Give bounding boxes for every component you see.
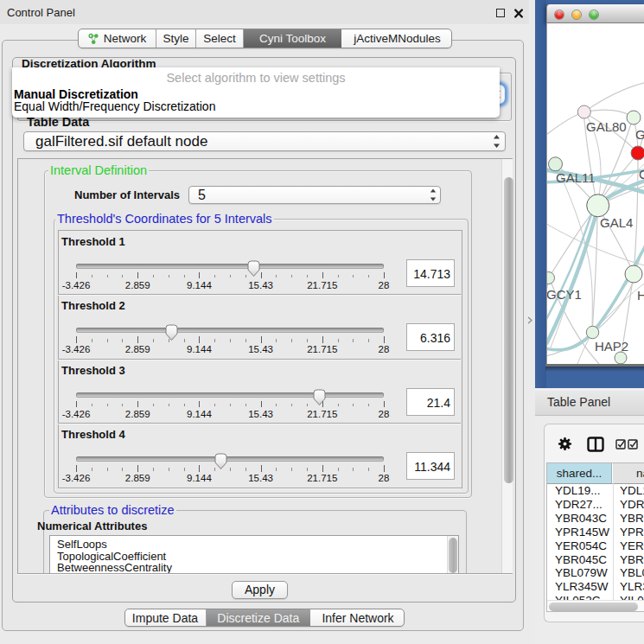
svg-text:GA: GA — [635, 127, 644, 142]
svg-text:GAL80: GAL80 — [586, 119, 627, 134]
svg-text:HAP2: HAP2 — [595, 339, 628, 354]
svg-text:GCY1: GCY1 — [547, 287, 582, 302]
svg-text:H: H — [637, 288, 644, 303]
svg-text:GAL4: GAL4 — [600, 215, 633, 230]
svg-text:C: C — [639, 167, 644, 182]
svg-text:GAL11: GAL11 — [556, 170, 596, 185]
